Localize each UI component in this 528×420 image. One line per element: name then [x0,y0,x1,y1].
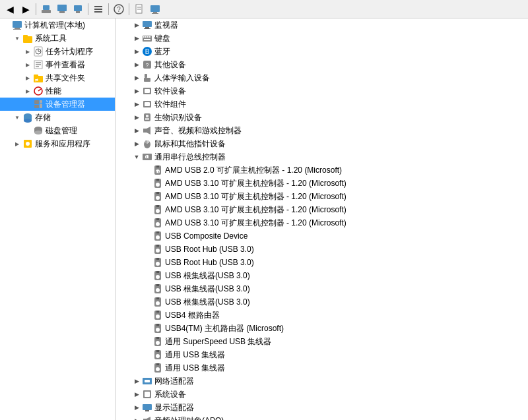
back-button[interactable]: ◀ [3,2,17,16]
device-item-usb-root1[interactable]: USB Root Hub (USB 3.0) [116,243,528,256]
icon-usb-cn2 [152,284,163,294]
separator4 [129,3,129,15]
device-item-amd-usb310-3[interactable]: AMD USB 3.10 可扩展主机控制器 - 1.20 (Microsoft) [116,203,528,216]
svg-point-122 [156,341,160,345]
svg-rect-49 [144,28,150,29]
device-item-usb-composite[interactable]: USB Composite Device [116,229,528,243]
arrow-usb-cn3 [142,297,152,307]
svg-rect-127 [156,363,159,365]
svg-rect-121 [156,337,159,339]
device-item-usb-ctrl[interactable]: ▼ U 通用串行总线控制器 [116,150,528,164]
tree-item-sys-tools[interactable]: ▼ 系统工具 [0,32,115,45]
icon-usb-ctrl: U [142,152,152,162]
device-item-software-dev[interactable]: ▶ 软件设备 [116,84,528,98]
arrow-event: ▶ [22,59,33,70]
up-button[interactable] [39,2,53,16]
icon-usb-root1 [152,244,163,255]
monitor-button[interactable] [71,2,85,16]
icon-storage [22,112,33,123]
device-item-monitor[interactable]: ▶ 监视器 [116,18,528,32]
label-storage: 存储 [35,112,51,123]
show-button[interactable] [55,2,69,16]
arrow-bluetooth: ▶ [131,46,142,57]
svg-rect-19 [13,29,21,30]
device-item-usb4tm[interactable]: USB4(TM) 主机路由器 (Microsoft) [116,322,528,335]
icon-monitor [142,20,152,30]
doc-button[interactable] [132,2,147,16]
device-item-generic-hub2[interactable]: 通用 USB 集线器 [116,361,528,375]
tree-item-perf[interactable]: ▶ 性能 [0,84,115,98]
svg-rect-48 [145,27,149,28]
device-item-usb4-router[interactable]: USB4 根路由器 [116,309,528,322]
svg-text:?: ? [145,62,148,69]
device-item-amd-usb20[interactable]: U AMD USB 2.0 可扩展主机控制器 - 1.20 (Microsoft… [116,164,528,177]
device-item-hid[interactable]: ▶ 人体学输入设备 [116,71,528,84]
device-item-display[interactable]: ▶ 显示适配器 [116,401,528,414]
label-services: 服务和应用程序 [35,138,90,150]
device-item-biometric[interactable]: ▶ 生物识别设备 [116,111,528,124]
toolbar: ◀ ▶ ? [0,0,528,18]
arrow-usb-cn2 [142,284,152,294]
arrow-usb-ctrl: ▼ [131,152,142,162]
tree-item-shared[interactable]: ▶ ⇄ 共享文件夹 [0,71,115,84]
label-device-mgr: 设备管理器 [46,99,85,110]
device-item-usb-root2[interactable]: USB Root Hub (USB 3.0) [116,256,528,269]
svg-rect-1 [42,10,51,13]
svg-rect-85 [156,179,159,181]
icon-keyboard [142,33,152,44]
list-button[interactable] [91,2,106,16]
tree-item-disk[interactable]: 磁盘管理 [0,124,115,137]
arrow-hid: ▶ [131,73,142,83]
svg-point-44 [34,131,42,135]
label-disk: 磁盘管理 [46,125,77,136]
left-panel: 计算机管理(本地) ▼ 系统工具 ▶ 任务计划程序 ▶ [0,18,116,420]
device-item-usb-root-cn1[interactable]: USB 根集线器(USB 3.0) [116,269,528,282]
device-item-audio-proc[interactable]: ▶ 音频处理对象(APO) [116,414,528,420]
device-item-superspeed[interactable]: 通用 SuperSpeed USB 集线器 [116,335,528,348]
arrow-services: ▶ [12,138,22,149]
separator2 [88,3,88,15]
tree-item-event[interactable]: ▶ 事件查看器 [0,58,115,71]
svg-point-98 [156,235,160,239]
svg-rect-103 [156,258,159,260]
help-button[interactable]: ? [112,2,126,16]
svg-rect-18 [15,28,20,29]
device-item-network[interactable]: ▶ 网络适配器 [116,375,528,388]
device-item-amd-usb310-2[interactable]: AMD USB 3.10 可扩展主机控制器 - 1.20 (Microsoft) [116,190,528,203]
device-item-bluetooth[interactable]: ▶ B 蓝牙 [116,45,528,58]
tree-item-services[interactable]: ▶ 服务和应用程序 [0,137,115,150]
tree-item-computer-mgmt[interactable]: 计算机管理(本地) [0,18,115,32]
monitor-icon [73,4,83,15]
svg-rect-97 [156,231,159,233]
label-usb-root1: USB Root Hub (USB 3.0) [165,245,254,254]
arrow-task: ▶ [22,46,33,57]
device-item-other[interactable]: ▶ ? 其他设备 [116,58,528,71]
device-item-sound[interactable]: ▶ 声音、视频和游戏控制器 [116,124,528,137]
arrow-monitor: ▶ [131,20,142,30]
svg-rect-38 [40,104,42,108]
svg-rect-81 [156,165,159,167]
forward-button[interactable]: ▶ [18,2,33,16]
device-item-usb-root-cn3[interactable]: USB 根集线器(USB 3.0) [116,295,528,309]
device-item-system[interactable]: ▶ 系统设备 [116,388,528,401]
svg-point-92 [156,209,160,213]
tree-item-device-mgr[interactable]: 设备管理器 [0,98,115,111]
device-item-keyboard[interactable]: ▶ 键盘 [116,32,528,45]
device-item-generic-hub1[interactable]: 通用 USB 集线器 [116,348,528,361]
device-item-usb-root-cn2[interactable]: USB 根集线器(USB 3.0) [116,282,528,295]
label-amd1: AMD USB 3.10 可扩展主机控制器 - 1.20 (Microsoft) [165,178,346,189]
icon-amd4 [152,218,163,228]
device-item-software-comp[interactable]: ▶ 软件组件 [116,98,528,111]
tree-item-task[interactable]: ▶ 任务计划程序 [0,45,115,58]
device-item-amd-usb310-4[interactable]: AMD USB 3.10 可扩展主机控制器 - 1.20 (Microsoft) [116,216,528,229]
tree-item-storage[interactable]: ▼ 存储 [0,111,115,124]
device-item-amd-usb310-1[interactable]: AMD USB 3.10 可扩展主机控制器 - 1.20 (Microsoft) [116,177,528,190]
icon-usb-composite [152,231,163,241]
screen-button[interactable] [148,2,162,16]
svg-text:?: ? [117,6,121,13]
device-item-mouse[interactable]: ▶ 鼠标和其他指针设备 [116,137,528,150]
svg-point-104 [156,262,160,266]
label-amd2: AMD USB 3.10 可扩展主机控制器 - 1.20 (Microsoft) [165,191,346,202]
arrow-usb-composite [142,231,152,241]
svg-rect-36 [34,105,39,108]
